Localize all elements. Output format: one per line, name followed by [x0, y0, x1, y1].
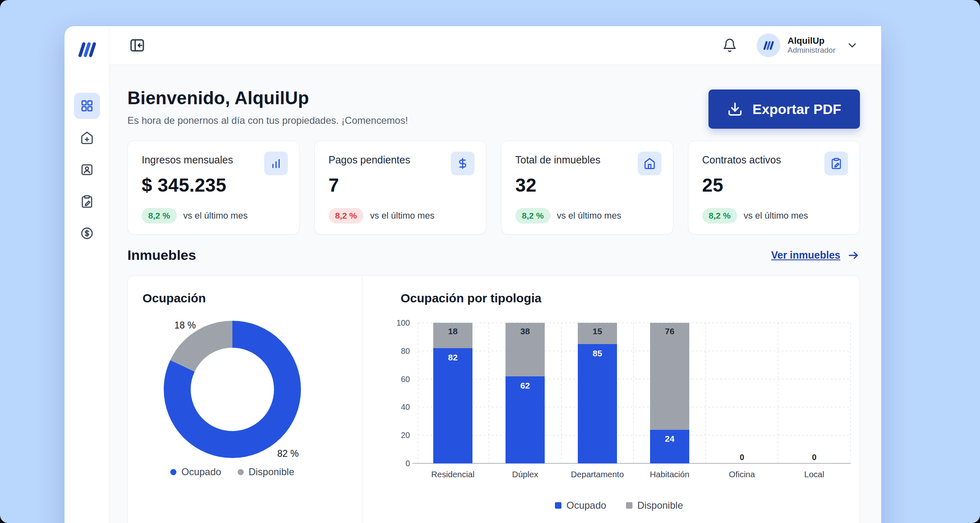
sidebar-item-dashboard[interactable] [74, 93, 100, 119]
page-title: Bienvenido, AlquilUp [127, 88, 309, 108]
desktop-background: AlquilUp Administrador Bienvenido, Alqui… [0, 0, 980, 523]
user-role: Administrador [788, 46, 835, 55]
user-name: AlquilUp [788, 36, 835, 46]
sidebar-item-payments[interactable] [74, 220, 100, 246]
donut-callout-disponible: 18 % [174, 320, 196, 331]
svg-text:85: 85 [592, 349, 602, 358]
legend-square-disponible [626, 502, 633, 509]
svg-text:80: 80 [401, 346, 410, 355]
svg-text:15: 15 [592, 326, 602, 336]
svg-text:Local: Local [804, 469, 824, 479]
svg-text:0: 0 [739, 453, 744, 462]
svg-text:Oficina: Oficina [729, 469, 755, 479]
sidebar-toggle-button[interactable] [129, 37, 145, 54]
home-icon [638, 152, 662, 175]
download-icon [727, 101, 743, 117]
stat-value: 25 [702, 174, 846, 196]
legend-label: Ocupado [181, 466, 221, 478]
page-subtitle: Es hora de ponernos al día con tus propi… [127, 115, 408, 126]
legend-label: Disponible [637, 500, 683, 511]
stat-value: 7 [329, 174, 472, 196]
legend-label: Disponible [249, 466, 294, 478]
sidebar-item-tenants[interactable] [74, 156, 100, 183]
trend-badge: 8,2 % [142, 208, 177, 224]
occupancy-by-type-chart: 0204060801008218Residencial6238Dúplex851… [384, 315, 854, 482]
svg-text:60: 60 [401, 375, 410, 384]
home-add-icon [80, 131, 94, 145]
sidebar-item-properties[interactable] [74, 125, 100, 151]
donut-chart-svg [151, 308, 314, 471]
chevron-down-icon[interactable] [846, 39, 858, 51]
stat-footer: 8,2 % vs el último mes [329, 208, 434, 224]
svg-text:100: 100 [396, 318, 410, 327]
stat-caption: vs el último mes [183, 210, 248, 221]
sidebar-nav [65, 93, 109, 246]
bar-chart-icon [264, 152, 288, 175]
contract-icon [824, 152, 848, 175]
charts-panel: Ocupación 18 % 82 % Ocupado Disponible [127, 275, 860, 523]
stat-footer: 8,2 % vs el último mes [142, 208, 247, 224]
svg-text:82: 82 [448, 353, 457, 362]
occupancy-donut-chart: 18 % 82 % [151, 308, 314, 471]
svg-text:0: 0 [812, 453, 816, 462]
user-menu[interactable]: AlquilUp Administrador [757, 34, 858, 57]
top-header: AlquilUp Administrador [109, 26, 881, 65]
stat-value: $ 345.235 [142, 174, 285, 196]
legend-item-disponible: Disponible [238, 466, 294, 478]
svg-text:62: 62 [520, 381, 530, 390]
view-properties-link[interactable]: Ver inmuebles [771, 249, 860, 262]
brand-logo-icon [76, 38, 98, 60]
contacts-icon [80, 163, 94, 177]
trend-badge: 8,2 % [329, 208, 364, 224]
svg-text:38: 38 [520, 326, 530, 336]
brand-logo[interactable] [65, 38, 109, 60]
trend-badge: 8,2 % [702, 208, 737, 224]
stat-caption: vs el último mes [744, 210, 808, 221]
sidebar-item-contracts[interactable] [74, 188, 100, 215]
stat-caption: vs el último mes [370, 210, 434, 221]
svg-text:40: 40 [401, 402, 410, 411]
contract-edit-icon [80, 194, 94, 208]
stat-value: 32 [515, 174, 659, 196]
sidebar-toggle-icon [129, 37, 145, 54]
dollar-icon [451, 152, 474, 175]
bell-icon [722, 38, 737, 53]
legend-item-ocupado: Ocupado [555, 500, 606, 511]
donut-chart-title: Ocupación [143, 291, 206, 305]
bars-legend: Ocupado Disponible [384, 500, 854, 511]
stat-caption: vs el último mes [557, 210, 621, 221]
export-pdf-button[interactable]: Exportar PDF [708, 89, 860, 129]
avatar-logo-icon [762, 39, 775, 52]
section-title: Inmuebles [127, 247, 196, 263]
stat-footer: 8,2 % vs el último mes [702, 208, 808, 224]
svg-text:76: 76 [665, 326, 674, 336]
svg-text:Dúplex: Dúplex [512, 469, 539, 479]
stat-card-pagos: Pagos pendientes 7 8,2 % vs el último me… [314, 141, 487, 235]
panel-divider [362, 276, 362, 523]
export-pdf-label: Exportar PDF [753, 101, 841, 117]
svg-text:0: 0 [405, 459, 410, 468]
svg-text:Residencial: Residencial [431, 469, 474, 479]
app-window: AlquilUp Administrador Bienvenido, Alqui… [65, 26, 881, 523]
legend-dot-ocupado [170, 469, 176, 475]
arrow-right-icon [847, 249, 860, 262]
stat-card-inmuebles: Total de inmuebles 32 8,2 % vs el último… [501, 141, 673, 235]
stat-card-contratos: Contratos activos 25 8,2 % vs el último … [688, 141, 860, 235]
stat-card-ingresos: Ingresos mensuales $ 345.235 8,2 % vs el… [127, 141, 300, 235]
avatar [757, 34, 780, 57]
donut-legend: Ocupado Disponible [130, 466, 334, 478]
legend-label: Ocupado [566, 500, 606, 511]
sidebar [65, 26, 109, 523]
legend-square-ocupado [555, 502, 561, 509]
svg-text:18: 18 [448, 326, 458, 336]
section-header: Inmuebles Ver inmuebles [127, 247, 860, 263]
payments-dollar-icon [80, 226, 94, 240]
stat-title: Ingresos mensuales [142, 154, 285, 166]
user-meta: AlquilUp Administrador [788, 36, 835, 55]
bars-chart-title: Ocupación por tipologia [401, 291, 541, 305]
view-properties-label: Ver inmuebles [771, 249, 840, 261]
svg-text:20: 20 [401, 431, 410, 440]
dashboard-grid-icon [80, 99, 94, 113]
svg-text:Habitación: Habitación [650, 469, 690, 479]
notifications-button[interactable] [722, 38, 737, 53]
